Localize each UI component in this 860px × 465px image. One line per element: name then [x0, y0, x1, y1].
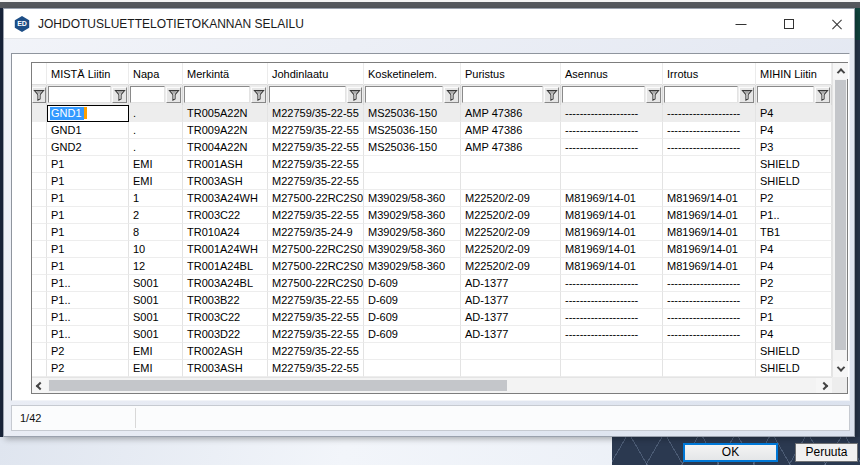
cell[interactable]: M81969/14-01 — [561, 241, 663, 258]
cell[interactable]: -------------------- — [561, 326, 663, 343]
cell[interactable]: M81969/14-01 — [663, 241, 756, 258]
filter-button[interactable] — [347, 87, 362, 103]
row-selector[interactable] — [32, 360, 47, 377]
cell[interactable] — [663, 173, 756, 190]
cell[interactable]: AD-1377 — [461, 275, 561, 292]
cell[interactable]: M22759/35-22-55 — [268, 360, 364, 377]
row-selector[interactable] — [32, 224, 47, 241]
cell[interactable]: AD-1377 — [461, 292, 561, 309]
cell[interactable]: P2 — [756, 292, 832, 309]
cell[interactable]: EMI — [129, 156, 183, 173]
cell[interactable]: MS25036-150 — [364, 122, 461, 139]
filter-input[interactable] — [130, 86, 165, 103]
column-header[interactable]: MIHIN Liitin — [756, 63, 832, 85]
row-selector[interactable] — [32, 343, 47, 360]
scroll-left-button[interactable] — [32, 378, 48, 393]
cell[interactable]: M27500-22RC2S06 — [268, 258, 364, 275]
cell[interactable]: S001 — [129, 275, 183, 292]
cell[interactable] — [461, 343, 561, 360]
cell[interactable] — [561, 173, 663, 190]
cell[interactable]: M27500-22RC2S06 — [268, 190, 364, 207]
cell[interactable]: -------------------- — [561, 139, 663, 156]
row-selector[interactable] — [32, 105, 47, 122]
cell[interactable]: M27500-22RC2S06 — [268, 241, 364, 258]
cell[interactable]: M22759/35-24-9 — [268, 224, 364, 241]
cell[interactable]: EMI — [129, 360, 183, 377]
cell[interactable]: M22520/2-09 — [461, 190, 561, 207]
cell[interactable]: P3 — [756, 139, 832, 156]
filter-button[interactable] — [251, 87, 266, 103]
row-selector[interactable] — [32, 241, 47, 258]
row-selector[interactable] — [32, 207, 47, 224]
cell[interactable]: AMP 47386 — [461, 139, 561, 156]
cell[interactable]: TR003ASH — [183, 173, 268, 190]
cell[interactable] — [461, 360, 561, 377]
cell[interactable]: P1.. — [756, 207, 832, 224]
filter-input[interactable] — [757, 86, 814, 103]
filter-button[interactable] — [32, 87, 46, 103]
cell[interactable]: P1.. — [47, 326, 129, 343]
scroll-down-button[interactable] — [833, 361, 848, 377]
cell[interactable]: P4 — [756, 326, 832, 343]
cell[interactable]: TR003C22 — [183, 309, 268, 326]
selected-cell[interactable]: GND1 — [47, 105, 129, 122]
cell[interactable]: -------------------- — [663, 105, 756, 122]
cell[interactable]: AD-1377 — [461, 326, 561, 343]
cell[interactable]: P4 — [756, 258, 832, 275]
filter-button[interactable] — [815, 87, 830, 103]
filter-button[interactable] — [166, 87, 181, 103]
filter-input[interactable] — [269, 86, 346, 103]
cell[interactable]: M22759/35-22-55 — [268, 326, 364, 343]
cell[interactable]: S001 — [129, 309, 183, 326]
cell[interactable]: D-609 — [364, 275, 461, 292]
cell[interactable] — [461, 156, 561, 173]
cell[interactable]: TR001A24BL — [183, 258, 268, 275]
cell[interactable]: M22759/35-22-55 — [268, 309, 364, 326]
cell[interactable]: -------------------- — [663, 122, 756, 139]
cell[interactable] — [364, 156, 461, 173]
cell[interactable]: P1.. — [47, 292, 129, 309]
scroll-up-button[interactable] — [833, 63, 848, 79]
cell[interactable]: AMP 47386 — [461, 105, 561, 122]
cell[interactable]: M27500-22RC2S06 — [268, 275, 364, 292]
cell[interactable]: -------------------- — [561, 292, 663, 309]
cancel-button[interactable]: Peruuta — [795, 443, 858, 462]
cell[interactable]: -------------------- — [561, 309, 663, 326]
row-selector[interactable] — [32, 275, 47, 292]
horizontal-scrollbar[interactable] — [32, 377, 832, 393]
cell[interactable]: M22759/35-22-55 — [268, 139, 364, 156]
filter-input[interactable] — [664, 86, 738, 103]
vertical-scrollbar[interactable] — [832, 63, 847, 377]
filter-input[interactable] — [365, 86, 443, 103]
cell[interactable]: -------------------- — [663, 139, 756, 156]
filter-button[interactable] — [112, 87, 127, 103]
cell[interactable]: P2 — [47, 360, 129, 377]
minimize-button[interactable] — [719, 9, 763, 39]
cell[interactable]: SHIELD — [756, 173, 832, 190]
cell[interactable]: TR003A24WH — [183, 190, 268, 207]
column-header[interactable]: Puristus — [461, 63, 561, 85]
cell[interactable]: P2 — [47, 343, 129, 360]
cell[interactable]: M81969/14-01 — [561, 207, 663, 224]
column-header[interactable]: Irrotus — [663, 63, 756, 85]
cell[interactable]: P1 — [47, 173, 129, 190]
cell[interactable]: M22759/35-22-55 — [268, 122, 364, 139]
cell[interactable]: M22759/35-22-55 — [268, 343, 364, 360]
ok-button[interactable]: OK — [683, 443, 778, 462]
cell[interactable] — [561, 360, 663, 377]
cell[interactable]: -------------------- — [561, 122, 663, 139]
cell[interactable]: D-609 — [364, 309, 461, 326]
cell[interactable]: MS25036-150 — [364, 105, 461, 122]
cell[interactable]: MS25036-150 — [364, 139, 461, 156]
cell[interactable]: AD-1377 — [461, 309, 561, 326]
filter-input[interactable] — [184, 86, 250, 103]
cell[interactable] — [561, 156, 663, 173]
cell[interactable]: TR010A24 — [183, 224, 268, 241]
row-selector[interactable] — [32, 122, 47, 139]
cell[interactable]: M81969/14-01 — [663, 207, 756, 224]
cell[interactable]: TR003A24BL — [183, 275, 268, 292]
filter-input[interactable] — [462, 86, 543, 103]
cell[interactable]: M39029/58-360 — [364, 258, 461, 275]
cell[interactable] — [663, 343, 756, 360]
cell[interactable]: 2 — [129, 207, 183, 224]
